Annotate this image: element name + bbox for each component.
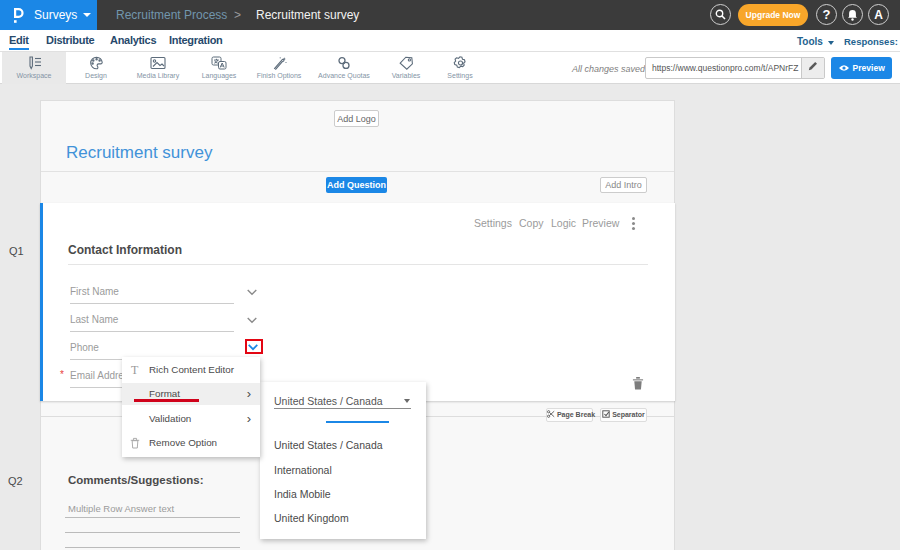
svg-text:T: T [131,363,139,376]
